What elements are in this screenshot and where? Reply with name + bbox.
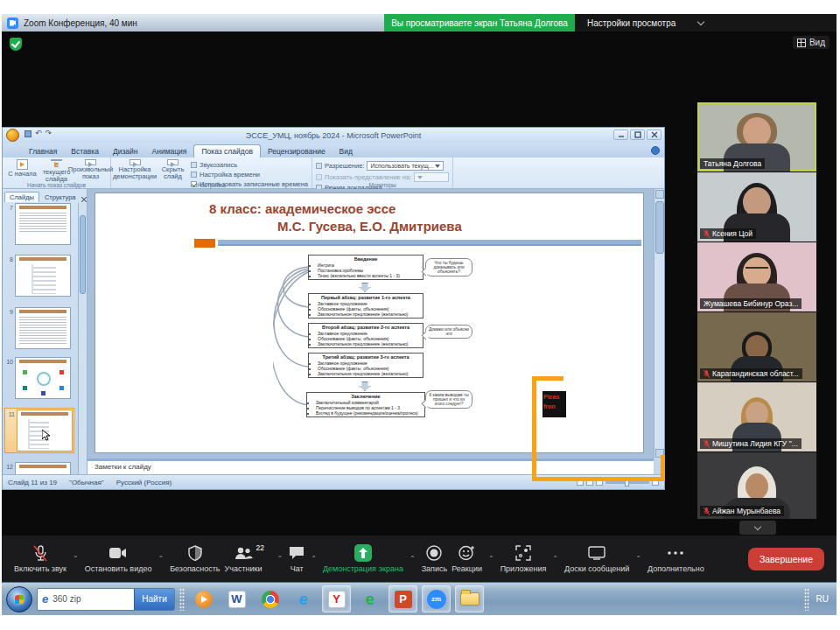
slideshow-icon xyxy=(51,159,62,161)
help-icon[interactable] xyxy=(651,146,660,155)
close-button[interactable] xyxy=(647,130,662,140)
taskbar-powerpoint[interactable]: P xyxy=(388,585,417,612)
taskbar-360-browser[interactable]: e xyxy=(355,585,384,612)
participant-tile[interactable]: Айжан Мурынбаева xyxy=(697,452,816,519)
tab-review[interactable]: Рецензирование xyxy=(261,145,332,158)
participant-tile[interactable]: Жумашева Бибинур Ораз... xyxy=(697,242,816,312)
taskbar-zoom[interactable]: zm xyxy=(422,585,451,612)
view-options-button[interactable]: Настройки просмотра xyxy=(575,14,836,32)
reactions-button[interactable]: Реакции xyxy=(452,544,482,573)
panel-tab-slides[interactable]: Слайды xyxy=(4,192,39,202)
tab-insert[interactable]: Вставка xyxy=(64,145,106,158)
taskbar-word[interactable]: W xyxy=(222,585,251,612)
custom-show-button[interactable]: Произвольный показ xyxy=(74,158,107,180)
zoom-titlebar-left: Zoom Конференция, 40 мин xyxy=(2,14,384,32)
caret-down-icon xyxy=(435,164,440,168)
screen: Zoom Конференция, 40 мин Вы просматривае… xyxy=(0,0,840,630)
zoom-app-icon xyxy=(7,18,18,29)
taskbar-internet-explorer[interactable]: e xyxy=(289,585,318,612)
redo-icon[interactable]: ↷ xyxy=(46,130,52,137)
slide-thumbnail-9[interactable]: 9 xyxy=(4,307,71,349)
view-layout-label: Вид xyxy=(809,38,825,47)
notes-pane[interactable]: Заметки к слайду xyxy=(88,458,654,474)
zoom-toolbar: Включить звук ⌃ Остановить видео ⌃ Безоп… xyxy=(2,536,836,582)
chevron-up-icon[interactable]: ⌃ xyxy=(309,555,318,563)
minimize-button[interactable] xyxy=(613,130,628,140)
office-button[interactable] xyxy=(6,129,19,142)
apps-button[interactable]: Приложения xyxy=(500,544,547,573)
tab-design[interactable]: Дизайн xyxy=(106,145,145,158)
collapse-thumbnails-button[interactable] xyxy=(739,521,776,535)
slide-thumbnail-8[interactable]: 8 xyxy=(4,255,71,297)
participants-button[interactable]: 22 Участники xyxy=(225,544,262,573)
security-shield-icon[interactable] xyxy=(10,38,22,51)
more-button[interactable]: Дополнительно xyxy=(648,544,704,573)
stop-video-button[interactable]: Остановить видео xyxy=(85,544,152,573)
annotation-line xyxy=(532,376,536,481)
participant-name: Жумашева Бибинур Ораз... xyxy=(704,299,798,308)
taskbar-explorer[interactable] xyxy=(455,585,484,612)
panel-tab-outline[interactable]: Структура xyxy=(40,192,80,202)
view-layout-button[interactable]: Вид xyxy=(793,36,830,49)
language-switcher[interactable]: RU xyxy=(816,594,829,604)
slide-thumbnail-11-selected[interactable]: 11 xyxy=(4,408,74,453)
participant-tile-active-speaker[interactable]: Татьяна Долгова xyxy=(697,102,816,172)
maximize-button[interactable] xyxy=(630,130,645,140)
taskbar-media-player[interactable] xyxy=(189,585,218,612)
flow-box-introduction: Введение Интрига Постановка проблемы Тез… xyxy=(308,255,424,280)
unmute-button[interactable]: Включить звук xyxy=(14,544,66,573)
scrollbar-thumb[interactable] xyxy=(655,201,664,254)
whiteboards-button[interactable]: Доски сообщений xyxy=(564,544,629,573)
taskbar-chrome[interactable] xyxy=(256,585,284,612)
monitor-select[interactable] xyxy=(414,172,449,182)
taskbar-search[interactable]: e 360 zip Найти xyxy=(37,588,175,611)
record-button[interactable]: Запись xyxy=(422,544,448,573)
chevron-up-icon[interactable]: ⌃ xyxy=(550,555,560,563)
panel-scrollbar[interactable] xyxy=(78,203,87,474)
participant-tile[interactable]: Карагандинская област... xyxy=(697,312,816,382)
flow-box-paragraph1: Первый абзац: развитие 1-го аспекта Загл… xyxy=(308,293,424,318)
taskbar-yandex[interactable]: Y xyxy=(322,585,351,612)
chevron-down-icon xyxy=(754,523,761,530)
360-browser-icon: e xyxy=(365,592,374,607)
participant-tile[interactable]: Ксения Цой xyxy=(697,172,816,242)
chevron-up-icon[interactable]: ⌃ xyxy=(486,555,496,563)
thumbnail-preview xyxy=(15,255,71,297)
chevron-up-icon[interactable]: ⌃ xyxy=(156,555,165,563)
hide-slide-button[interactable]: Скрыть слайд xyxy=(157,158,189,180)
scroll-up-icon[interactable] xyxy=(655,190,664,199)
start-button[interactable] xyxy=(6,586,32,612)
group-label: Начать показ слайдов xyxy=(3,182,110,188)
resolution-select[interactable]: Использовать текущ... xyxy=(367,161,444,171)
quick-access-toolbar[interactable]: ↶ ↷ xyxy=(24,130,52,137)
tab-view[interactable]: Вид xyxy=(332,145,360,158)
chevron-up-icon[interactable]: ⌃ xyxy=(408,555,417,563)
save-icon[interactable] xyxy=(24,130,32,137)
slide-thumbnail-12[interactable]: 12 xyxy=(4,462,71,474)
close-panel-icon[interactable] xyxy=(81,197,87,202)
thumbnail-preview xyxy=(15,203,71,245)
participant-tile[interactable]: Мишутина Лидия КГУ "... xyxy=(697,382,816,452)
record-narration-option[interactable]: Звукозапись xyxy=(191,161,308,169)
from-beginning-button[interactable]: С начала xyxy=(6,158,38,180)
chevron-up-icon[interactable]: ⌃ xyxy=(634,555,643,563)
chevron-up-icon[interactable]: ⌃ xyxy=(71,555,80,563)
tab-slideshow[interactable]: Показ слайдов xyxy=(193,144,261,158)
monitors-options: Разрешение: Использовать текущ... Показа… xyxy=(316,158,449,180)
mic-muted-icon xyxy=(704,440,710,448)
undo-icon[interactable]: ↶ xyxy=(35,130,42,137)
slide-thumbnail-10[interactable]: 10 xyxy=(4,357,71,399)
security-button[interactable]: Безопасность xyxy=(170,544,220,573)
slide-thumbnail-7[interactable]: 7 xyxy=(4,203,71,245)
tab-animation[interactable]: Анимация xyxy=(145,145,194,158)
rehearse-timings-option[interactable]: Настройка времени xyxy=(191,171,308,178)
tab-home[interactable]: Главная xyxy=(22,145,64,158)
setup-slideshow-button[interactable]: Настройка демонстрации xyxy=(115,158,155,180)
chevron-up-icon[interactable]: ⌃ xyxy=(276,555,285,563)
end-meeting-button[interactable]: Завершение xyxy=(748,548,824,570)
share-screen-button[interactable]: Демонстрация экрана xyxy=(323,544,403,573)
vertical-scrollbar[interactable] xyxy=(654,189,664,458)
search-button[interactable]: Найти xyxy=(134,589,174,610)
chat-button[interactable]: Чат xyxy=(289,544,304,573)
media-player-icon xyxy=(195,591,213,608)
